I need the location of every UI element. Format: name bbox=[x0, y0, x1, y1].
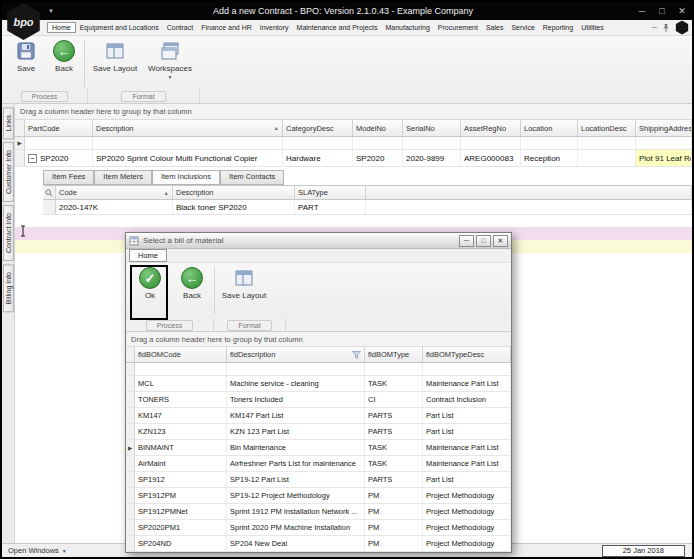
dialog-save-layout-label: Save Layout bbox=[222, 291, 266, 300]
filter-row[interactable]: ▶ bbox=[15, 137, 692, 150]
bom-row-selected[interactable]: ▶ BINMAINT Bin Maintenance TASK Maintena… bbox=[126, 440, 511, 456]
detail-tab-strip: Item Fees Item Meters Item Inclusions It… bbox=[43, 170, 692, 185]
ribbon-corner-tools: ─ bbox=[652, 21, 692, 35]
menu-tab-finance-and-hr[interactable]: Finance and HR bbox=[197, 23, 256, 32]
minimize-button[interactable]: ─ bbox=[632, 2, 652, 20]
detail-tab-item-fees[interactable]: Item Fees bbox=[43, 170, 94, 185]
column-header-shippingaddress[interactable]: ShippingAddress bbox=[636, 120, 692, 136]
filter-row-indicator: ▶ bbox=[15, 137, 25, 149]
ribbon-minimize-icon[interactable]: ─ bbox=[652, 24, 657, 31]
side-tab-strip: Links Customer Info Contract Info Billin… bbox=[2, 104, 15, 543]
cell-partcode: − SP2020 bbox=[25, 150, 93, 166]
date-field[interactable]: 25 Jan 2018 bbox=[602, 545, 685, 557]
menu-tab-home[interactable]: Home bbox=[47, 22, 76, 33]
bom-row[interactable]: SP1912PMNet Sprint 1912 PM Installation … bbox=[126, 504, 511, 520]
column-header-serialno[interactable]: SerialNo bbox=[403, 120, 461, 136]
bom-row[interactable]: SP1912 SP19-12 Part List PARTS Part List bbox=[126, 472, 511, 488]
menu-tab-equipment-and-locations[interactable]: Equipment and Locations bbox=[76, 23, 163, 32]
sidebar-tab-contract-info[interactable]: Contract Info bbox=[3, 205, 14, 261]
dialog-minimize-button[interactable]: ─ bbox=[459, 235, 474, 247]
dialog-maximize-button[interactable]: □ bbox=[476, 235, 491, 247]
back-button[interactable]: ← Back bbox=[44, 38, 84, 88]
detail-column-header-description[interactable]: Description bbox=[173, 186, 295, 199]
bom-cell-typedesc: Part List bbox=[423, 424, 511, 439]
bom-cell-type: PARTS bbox=[365, 408, 423, 423]
column-header-modelno[interactable]: ModelNo bbox=[353, 120, 403, 136]
detail-row[interactable]: 2020-147K Black toner SP2020 PART bbox=[43, 200, 692, 215]
bom-cell-type: PM bbox=[365, 520, 423, 535]
column-header-categorydesc[interactable]: CategoryDesc bbox=[283, 120, 353, 136]
search-icon[interactable] bbox=[43, 186, 56, 199]
bom-row[interactable]: SP2020PM1 Sprint 2020 PM Machine Install… bbox=[126, 520, 511, 536]
bom-cell-type: PM bbox=[365, 536, 423, 551]
collapse-toggle-icon[interactable]: − bbox=[28, 154, 37, 163]
menu-tab-maintenance-and-projects[interactable]: Maintenance and Projects bbox=[293, 23, 382, 32]
column-header-flddescription[interactable]: fldDescription bbox=[227, 347, 365, 362]
cell-description: SP2020 Sprint Colour Multi Functional Co… bbox=[93, 150, 283, 166]
column-header-fldbomtypedesc[interactable]: fldBOMTypeDesc bbox=[423, 347, 511, 362]
detail-column-header-slatype[interactable]: SLAType bbox=[295, 186, 366, 199]
sidebar-tab-links[interactable]: Links bbox=[3, 107, 14, 139]
column-header-fldbomcode[interactable]: fldBOMCode bbox=[135, 347, 227, 362]
bom-cell-description: SP19-12 Part List bbox=[227, 472, 365, 487]
ribbon-group-captions: Process Format bbox=[2, 89, 692, 103]
dialog-save-layout-button[interactable]: Save Layout bbox=[219, 265, 269, 315]
menu-tab-manufacturing[interactable]: Manufacturing bbox=[381, 23, 433, 32]
save-layout-button[interactable]: Save Layout bbox=[90, 38, 140, 88]
spacer bbox=[15, 215, 692, 227]
bom-row[interactable]: TONERS Toners Included CI Contract Inclu… bbox=[126, 392, 511, 408]
save-button[interactable]: Save bbox=[6, 38, 46, 88]
bom-cell-type: PARTS bbox=[365, 424, 423, 439]
dialog-title: Select a bill of material bbox=[143, 236, 457, 245]
equipment-row[interactable]: − SP2020 SP2020 Sprint Colour Multi Func… bbox=[15, 150, 692, 167]
menu-tab-utilities[interactable]: Utilities bbox=[577, 23, 608, 32]
bom-cell-code: KZN123 bbox=[135, 424, 227, 439]
ok-label: Ok bbox=[145, 291, 155, 300]
detail-column-header-code[interactable]: Code ▲ bbox=[56, 186, 173, 199]
cell-modelno: SP2020 bbox=[353, 150, 403, 166]
filter-icon[interactable] bbox=[352, 351, 361, 359]
detail-tab-item-meters[interactable]: Item Meters bbox=[94, 170, 152, 185]
workspaces-button[interactable]: Workspaces ▼ bbox=[144, 38, 196, 88]
column-header-description[interactable]: Description ▲ bbox=[93, 120, 283, 136]
bom-row-indicator bbox=[126, 488, 135, 503]
open-windows-button[interactable]: Open Windows ▼ bbox=[2, 546, 67, 555]
menu-tab-service[interactable]: Service bbox=[507, 23, 538, 32]
detail-header-row: Code ▲ Description SLAType bbox=[43, 185, 692, 200]
column-header-assetregno[interactable]: AssetRegNo bbox=[461, 120, 521, 136]
column-header-fldbomtype[interactable]: fldBOMType bbox=[365, 347, 423, 362]
bom-filter-row[interactable] bbox=[126, 363, 511, 376]
column-header-location[interactable]: Location bbox=[521, 120, 578, 136]
close-button[interactable]: ✕ bbox=[672, 2, 692, 20]
bom-row[interactable]: KZN123 KZN 123 Part List PARTS Part List bbox=[126, 424, 511, 440]
save-label: Save bbox=[17, 64, 35, 73]
bom-cell-typedesc: Part List bbox=[423, 472, 511, 487]
bpo-logo-text: bpo bbox=[13, 16, 33, 28]
menu-tab-reporting[interactable]: Reporting bbox=[539, 23, 577, 32]
menu-tab-sales[interactable]: Sales bbox=[482, 23, 508, 32]
ok-button[interactable]: ✓ Ok bbox=[133, 265, 167, 315]
sidebar-tab-billing-info[interactable]: Billing Info bbox=[3, 264, 14, 312]
menu-tab-procurement[interactable]: Procurement bbox=[434, 23, 482, 32]
maximize-button[interactable]: □ bbox=[652, 2, 672, 20]
pin-icon[interactable] bbox=[662, 23, 670, 33]
detail-tab-item-inclusions[interactable]: Item Inclusions bbox=[152, 170, 220, 185]
dialog-group-format: Format bbox=[214, 319, 286, 331]
column-header-locationdesc[interactable]: LocationDesc bbox=[578, 120, 636, 136]
menu-tab-inventory[interactable]: Inventory bbox=[256, 23, 293, 32]
bom-row[interactable]: SP1912PM SP19-12 Project Methodology PM … bbox=[126, 488, 511, 504]
group-by-hint: Drag a column header here to group by th… bbox=[15, 104, 692, 120]
save-layout-label: Save Layout bbox=[93, 64, 137, 73]
bom-row[interactable]: MCL Machine service - cleaning TASK Main… bbox=[126, 376, 511, 392]
bom-cell-type: PM bbox=[365, 488, 423, 503]
column-header-partcode[interactable]: PartCode bbox=[25, 120, 93, 136]
dialog-close-button[interactable]: ✕ bbox=[493, 235, 508, 247]
detail-tab-item-contacts[interactable]: Item Contacts bbox=[220, 170, 284, 185]
bom-row[interactable]: SP204ND SP204 New Deal PM Project Method… bbox=[126, 536, 511, 552]
dialog-tab-home[interactable]: Home bbox=[129, 249, 167, 262]
menu-tab-contract[interactable]: Contract bbox=[163, 23, 197, 32]
bom-row[interactable]: AirMaint Airfreshner Parts List for main… bbox=[126, 456, 511, 472]
dialog-back-button[interactable]: ← Back bbox=[172, 265, 212, 315]
bom-row[interactable]: KM147 KM147 Part List PARTS Part List bbox=[126, 408, 511, 424]
sidebar-tab-customer-info[interactable]: Customer Info bbox=[3, 142, 14, 202]
